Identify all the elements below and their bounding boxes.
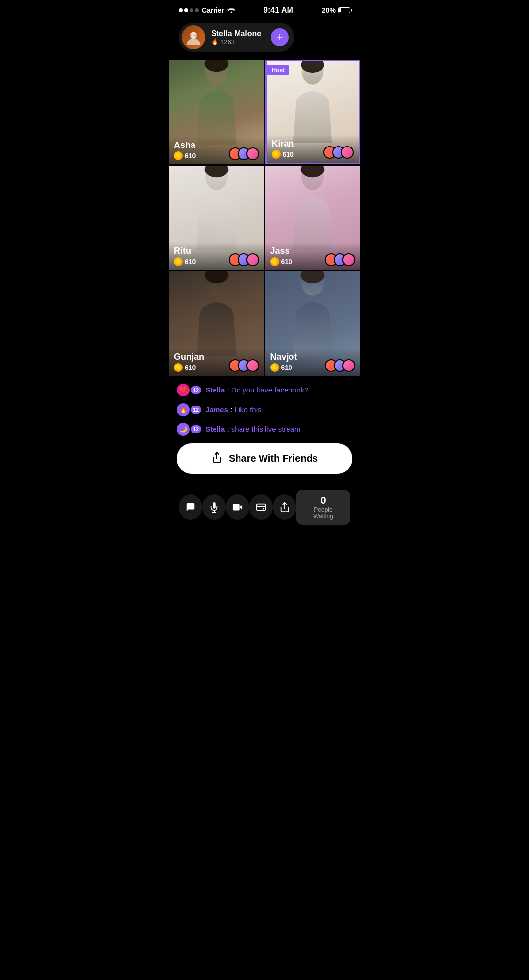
cell-name-asha: Asha	[174, 140, 196, 150]
user-avatar	[182, 25, 205, 49]
viewer-avatars	[325, 253, 355, 266]
coin-icon: ⭐	[174, 363, 183, 372]
viewer-avatar-2	[246, 253, 259, 266]
badge-level: 12	[191, 425, 201, 433]
chat-badge: 🔥12	[177, 403, 201, 416]
signal-dot-3	[190, 8, 193, 12]
battery-icon	[338, 7, 350, 13]
viewer-avatars	[229, 147, 259, 160]
badge-level: 12	[191, 406, 201, 414]
chat-badge: ❤️12	[177, 384, 201, 396]
cell-coins-kiran: ⭐610	[272, 150, 294, 159]
signal-dot-4	[195, 8, 199, 12]
chat-badge: 🌙12	[177, 423, 201, 436]
signal-dot-1	[179, 8, 183, 12]
coin-icon: ⭐	[270, 257, 279, 266]
share-icon	[211, 451, 223, 466]
fire-icon: 🔥	[211, 38, 218, 45]
badge-level: 12	[191, 386, 201, 394]
video-cell-gunjan[interactable]: Gunjan⭐610	[169, 271, 264, 376]
cell-bottom: Jass⭐610	[265, 242, 361, 270]
battery-percent: 20%	[322, 6, 336, 14]
coin-icon: ⭐	[270, 363, 279, 372]
viewer-avatars	[229, 359, 259, 372]
score-value: 1263	[220, 38, 235, 46]
viewer-avatar-2	[341, 146, 354, 159]
user-info: Stella Malone 🔥 1263	[211, 29, 261, 46]
share-section: Share With Friends	[169, 443, 360, 484]
coin-value: 610	[281, 364, 292, 371]
cell-bottom: Kiran⭐610	[267, 135, 359, 163]
status-left: Carrier	[179, 6, 235, 14]
people-count: 0	[304, 495, 342, 506]
people-waiting-panel: 0 People Waiting	[296, 490, 350, 525]
svg-rect-2	[194, 35, 197, 36]
viewer-avatars	[325, 359, 355, 372]
chat-message: 🌙12Stella : share this live stream	[177, 423, 352, 436]
svg-point-21	[263, 508, 264, 509]
cell-name-navjot: Navjot	[270, 352, 297, 362]
carrier-label: Carrier	[202, 6, 224, 14]
signal-dots	[179, 8, 199, 12]
coin-icon: ⭐	[174, 151, 183, 160]
cell-coins-gunjan: ⭐610	[174, 363, 204, 372]
video-cell-jass[interactable]: Jass⭐610	[265, 166, 361, 270]
wallet-button[interactable]	[249, 494, 273, 520]
chat-button[interactable]	[179, 494, 202, 520]
badge-icon: 🌙	[177, 423, 190, 436]
cell-bottom: Gunjan⭐610	[169, 348, 264, 376]
cell-coins-asha: ⭐610	[174, 151, 196, 160]
chat-text: Stella : share this live stream	[205, 425, 300, 433]
people-waiting-label: People Waiting	[304, 506, 342, 520]
share-button-label: Share With Friends	[229, 453, 318, 464]
chat-text: Stella : Do you have facebook?	[205, 386, 308, 394]
coin-icon: ⭐	[272, 150, 281, 159]
cell-name-ritu: Ritu	[174, 246, 196, 256]
video-cell-kiran[interactable]: HostKiran⭐610	[265, 60, 361, 164]
viewer-avatars	[323, 146, 354, 159]
badge-icon: 🔥	[177, 403, 190, 416]
chat-section: ❤️12Stella : Do you have facebook?🔥12Jam…	[169, 384, 360, 436]
chat-message: ❤️12Stella : Do you have facebook?	[177, 384, 352, 396]
chat-message: 🔥12James : Like this	[177, 403, 352, 416]
svg-rect-1	[190, 35, 192, 36]
video-cell-ritu[interactable]: Ritu⭐610	[169, 166, 264, 270]
share-with-friends-button[interactable]: Share With Friends	[177, 443, 352, 474]
microphone-button[interactable]	[202, 494, 226, 520]
cell-name-jass: Jass	[270, 246, 292, 256]
coin-value: 610	[281, 258, 292, 266]
add-button[interactable]: +	[271, 28, 289, 46]
svg-marker-18	[240, 505, 242, 509]
user-score: 🔥 1263	[211, 38, 261, 46]
coin-value: 610	[283, 150, 294, 158]
chat-text: James : Like this	[205, 405, 261, 414]
cell-coins-jass: ⭐610	[270, 257, 292, 266]
status-bar: Carrier 9:41 AM 20%	[169, 0, 360, 19]
cell-coins-navjot: ⭐610	[270, 363, 297, 372]
svg-rect-20	[257, 504, 265, 511]
bottom-bar: 0 People Waiting	[169, 484, 360, 537]
video-grid: Asha⭐610HostKiran⭐610Ritu⭐610Jass⭐610Gun…	[169, 60, 360, 376]
coin-value: 610	[185, 258, 196, 266]
badge-icon: ❤️	[177, 384, 190, 396]
coin-icon: ⭐	[174, 257, 183, 266]
viewer-avatar-2	[246, 147, 259, 160]
video-cell-asha[interactable]: Asha⭐610	[169, 60, 264, 164]
cell-bottom: Navjot⭐610	[265, 348, 361, 376]
user-name: Stella Malone	[211, 29, 261, 38]
cell-coins-ritu: ⭐610	[174, 257, 196, 266]
coin-value: 610	[185, 364, 196, 371]
status-right: 20%	[322, 6, 350, 14]
share-button[interactable]	[273, 494, 296, 520]
coin-value: 610	[185, 152, 196, 160]
viewer-avatar-2	[342, 253, 355, 266]
viewer-avatar-2	[246, 359, 259, 372]
time-display: 9:41 AM	[264, 6, 293, 15]
cell-bottom: Asha⭐610	[169, 136, 264, 164]
user-header: Stella Malone 🔥 1263 +	[179, 23, 294, 52]
viewer-avatar-2	[342, 359, 355, 372]
signal-dot-2	[184, 8, 188, 12]
video-button[interactable]	[226, 494, 249, 520]
video-cell-navjot[interactable]: Navjot⭐610	[265, 271, 361, 376]
wifi-icon	[227, 6, 235, 14]
